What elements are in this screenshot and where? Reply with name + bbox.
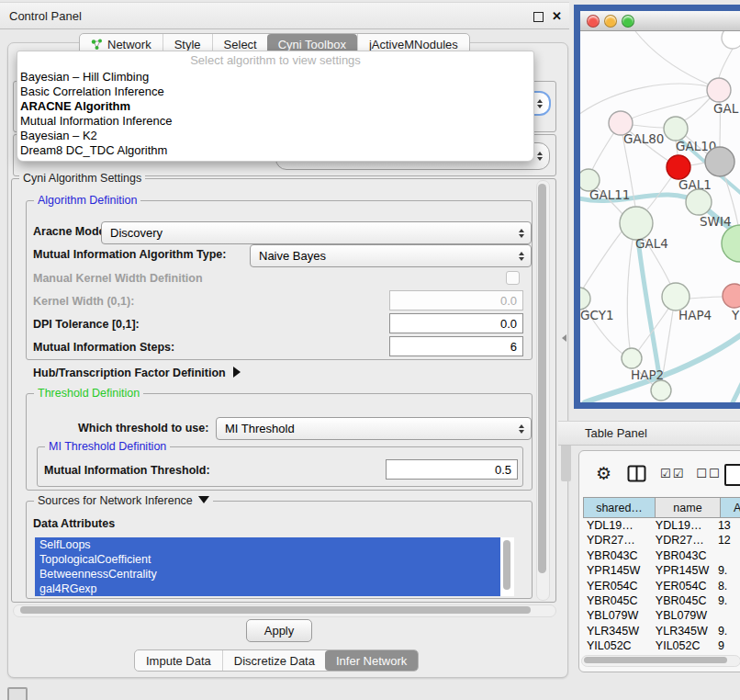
table-row[interactable]: YER054CYER054C8. — [583, 579, 740, 593]
table-cell: YDL19… — [583, 518, 652, 533]
combo-arrows-icon — [519, 252, 524, 261]
dropdown-item-bayesian-k2[interactable]: Bayesian – K2 — [17, 129, 533, 143]
document-icon[interactable] — [724, 464, 740, 486]
collapsed-panel-button[interactable] — [7, 687, 28, 700]
mi-threshold-input[interactable]: 0.5 — [386, 459, 518, 480]
dropdown-item-mutual-information-inference[interactable]: Mutual Information Inference — [17, 114, 533, 129]
table-panel-toolbar: ⚙ ☑☑ ☐☐ — [579, 457, 740, 490]
aracne-mode-label: Aracne Mode: — [33, 225, 109, 238]
column-header-shared[interactable]: shared… — [583, 497, 656, 518]
data-attributes-list[interactable]: SelfLoopsTopologicalCoefficientBetweenne… — [35, 537, 514, 596]
column-header-name[interactable]: name — [656, 497, 721, 518]
close-traffic-light-icon[interactable] — [587, 15, 600, 28]
tab-label: Cyni Toolbox — [278, 38, 346, 51]
manual-kernel-width-checkbox[interactable] — [506, 271, 520, 285]
combo-arrows-icon — [537, 99, 543, 108]
attribute-item-selfloops[interactable]: SelfLoops — [35, 537, 500, 552]
node[interactable] — [722, 31, 740, 49]
table-horizontal-scrollbar-thumb[interactable] — [584, 657, 727, 663]
table-cell — [714, 608, 740, 623]
column-header-a[interactable]: A — [721, 497, 740, 518]
table-row[interactable]: YIL052CYIL052C9 — [583, 638, 740, 653]
kernel-width-input[interactable]: 0.0 — [389, 290, 523, 310]
hub-definition-toggle[interactable]: Hub/Transcription Factor Definition — [33, 367, 241, 379]
mi-algorithm-type-select[interactable]: Naive Bayes — [250, 244, 532, 267]
node-y[interactable] — [723, 284, 740, 308]
group-title: Threshold Definition — [34, 387, 143, 400]
sources-group-title[interactable]: Sources for Network Inference — [34, 494, 213, 507]
dropdown-item-aracne-algorithm[interactable]: ARACNE Algorithm — [17, 99, 533, 114]
aracne-mode-value: Discovery — [110, 226, 163, 240]
tab-discretize-data[interactable]: Discretize Data — [222, 650, 326, 671]
dropdown-item-dream8-dc-tdc-algorithm[interactable]: Dream8 DC_TDC Algorithm — [17, 143, 533, 158]
table-cell: YDL19… — [652, 518, 714, 533]
tab-impute-data[interactable]: Impute Data — [135, 650, 222, 671]
tab-infer-network[interactable]: Infer Network — [325, 650, 418, 671]
manual-kernel-width-label: Manual Kernel Width Definition — [33, 272, 203, 285]
dpi-tolerance-label: DPI Tolerance [0,1]: — [33, 318, 140, 331]
node-gcy1[interactable] — [580, 288, 590, 310]
select-all-checkboxes-icon[interactable]: ☑☑ — [660, 467, 685, 480]
table-cell — [714, 548, 740, 563]
splitter-collapse-icon[interactable] — [562, 334, 566, 342]
node-hap4[interactable] — [662, 283, 690, 310]
attribute-item-topologicalcoefficient[interactable]: TopologicalCoefficient — [35, 552, 500, 567]
table-row[interactable]: YBR045CYBR045C9. — [583, 593, 740, 608]
tab-label: Impute Data — [146, 654, 211, 668]
mi-algorithm-type-label: Mutual Information Algorithm Type: — [33, 248, 226, 261]
network-window-titlebar[interactable] — [580, 11, 740, 31]
aracne-mode-select[interactable]: Discovery — [101, 221, 532, 244]
minimize-traffic-light-icon[interactable] — [604, 15, 617, 28]
table-row[interactable]: YDL19…YDL19…13 — [583, 518, 740, 533]
node-hap2[interactable] — [622, 348, 642, 368]
table-row[interactable]: YPR145WYPR145W9. — [583, 563, 740, 578]
node-gal10[interactable] — [664, 117, 688, 141]
table-row[interactable]: YLR345WYLR345W9. — [583, 624, 740, 638]
horizontal-scrollbar-thumb[interactable] — [20, 606, 531, 614]
mi-steps-input[interactable]: 6 — [389, 336, 523, 356]
algorithm-dropdown-list: Bayesian – Hill ClimbingBasic Correlatio… — [17, 70, 533, 158]
table-cell: 8. — [714, 579, 740, 593]
table-row[interactable]: YBR043CYBR043C — [583, 548, 740, 563]
table-cell: YDR27… — [652, 533, 714, 548]
control-panel-titlebar: Control Panel ✕ — [0, 2, 569, 29]
table-panel: ⚙ ☑☑ ☐☐ shared…nameA YDL19…YDL19…13YDR27… — [578, 450, 740, 672]
node-swi4[interactable] — [686, 189, 712, 215]
node[interactable] — [722, 225, 740, 262]
node-label-swi4: SWI4 — [700, 214, 732, 229]
dropdown-item-basic-correlation-inference[interactable]: Basic Correlation Inference — [17, 85, 533, 99]
zoom-traffic-light-icon[interactable] — [622, 15, 634, 28]
attribute-item-gal4rgexp[interactable]: gal4RGexp — [35, 581, 500, 596]
network-canvas[interactable]: GALGAL80GAL10GAL1GAL11SWI4GAL4GCY1HAP4YH… — [580, 31, 740, 402]
settings-gear-icon[interactable]: ⚙ — [596, 463, 611, 484]
dropdown-item-bayesian-hill-climbing[interactable]: Bayesian – Hill Climbing — [17, 70, 533, 85]
table-body: YDL19…YDL19…13YDR27…YDR27…12YBR043CYBR04… — [583, 518, 740, 654]
tab-label: Style — [174, 38, 201, 51]
apply-button[interactable]: Apply — [246, 619, 312, 642]
float-window-icon[interactable] — [533, 12, 544, 22]
dpi-tolerance-input[interactable]: 0.0 — [389, 313, 523, 333]
network-nodes: GALGAL80GAL10GAL1GAL11SWI4GAL4GCY1HAP4YH… — [580, 31, 740, 401]
node-label-gal80: GAL80 — [623, 131, 664, 146]
node-gal1[interactable] — [667, 155, 690, 179]
list-scrollbar-thumb[interactable] — [503, 540, 510, 590]
node-gal4[interactable] — [620, 207, 653, 240]
close-icon[interactable]: ✕ — [552, 9, 562, 23]
table-cell: YIL052C — [652, 638, 714, 653]
table-row[interactable]: YBL079WYBL079W — [583, 608, 740, 623]
table-cell: 9 — [714, 638, 740, 653]
node[interactable] — [705, 147, 734, 176]
node[interactable] — [651, 380, 671, 401]
which-threshold-select[interactable]: MI Threshold — [216, 417, 532, 440]
table-row[interactable]: YDR27…YDR27…12 — [583, 533, 740, 548]
vertical-scrollbar-thumb[interactable] — [538, 184, 546, 573]
table-cell: 9. — [714, 593, 740, 608]
node-label-y: Y — [731, 308, 740, 322]
which-threshold-value: MI Threshold — [225, 422, 295, 435]
attribute-item-betweennesscentrality[interactable]: BetweennessCentrality — [35, 567, 500, 581]
node-gal[interactable] — [707, 78, 731, 102]
table-cell: YDR27… — [583, 533, 652, 548]
deselect-checkboxes-icon[interactable]: ☐☐ — [696, 467, 721, 480]
node-label-gal11: GAL11 — [589, 187, 630, 202]
column-layout-icon[interactable] — [627, 465, 646, 482]
